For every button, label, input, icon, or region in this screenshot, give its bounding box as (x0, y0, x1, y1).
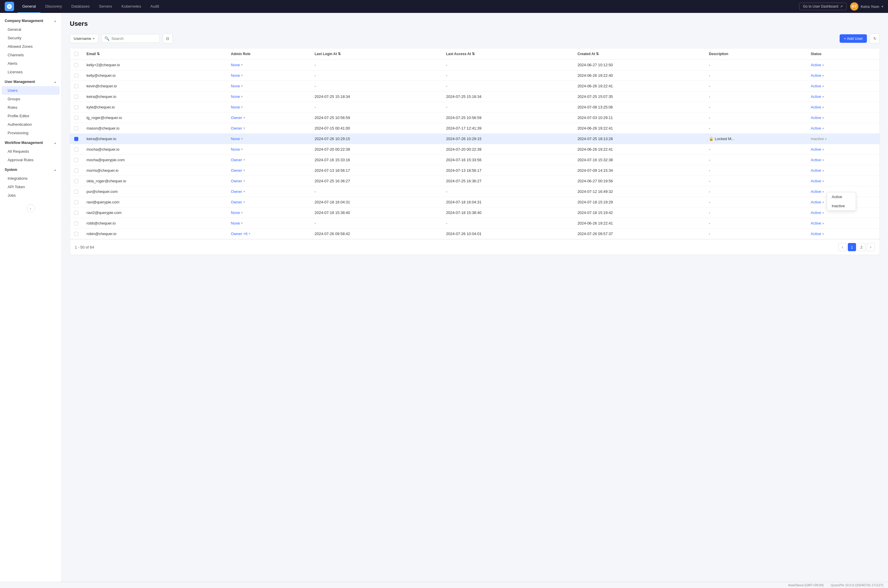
row-admin-role[interactable]: Owner ▾ (227, 197, 311, 207)
row-admin-role[interactable]: Owner ▾ (227, 112, 311, 123)
row-status[interactable]: Active ▾ (807, 218, 879, 229)
role-chevron-icon[interactable]: ▾ (241, 211, 243, 214)
sidebar-item-provisioning[interactable]: Provisioning (2, 129, 60, 137)
row-checkbox[interactable] (74, 105, 78, 110)
row-checkbox[interactable] (74, 221, 78, 225)
role-chevron-icon[interactable]: ▾ (241, 105, 243, 109)
row-checkbox-cell[interactable] (70, 134, 83, 144)
status-chevron-icon[interactable]: ▾ (822, 74, 824, 77)
row-admin-role[interactable]: None ▾ (227, 70, 311, 81)
row-checkbox-cell[interactable] (70, 165, 83, 176)
page-2-button[interactable]: 2 (857, 243, 865, 251)
sidebar-item-api-token[interactable]: API Token (2, 183, 60, 191)
nav-tab-servers[interactable]: Servers (94, 0, 117, 13)
role-chevron-icon[interactable]: ▾ (243, 190, 245, 194)
sidebar-item-alerts[interactable]: Alerts (2, 59, 60, 68)
username-filter-button[interactable]: Username ▾ (70, 34, 98, 43)
status-chevron-icon[interactable]: ▾ (822, 148, 824, 151)
status-chevron-icon[interactable]: ▾ (822, 116, 824, 120)
status-chevron-icon[interactable]: ▾ (822, 190, 824, 194)
th-admin-role[interactable]: Admin Role (227, 48, 311, 60)
search-input[interactable] (111, 36, 156, 41)
role-chevron-icon[interactable]: ▾ (243, 126, 245, 130)
status-chevron-icon[interactable]: ▾ (822, 169, 824, 172)
row-checkbox-cell[interactable] (70, 102, 83, 112)
row-status[interactable]: Active ▾ (807, 60, 879, 70)
row-checkbox[interactable] (74, 63, 78, 67)
sidebar-section-header-system[interactable]: System ▲ (0, 165, 61, 174)
role-chevron-icon[interactable]: ▾ (241, 147, 243, 151)
filter-button[interactable]: ⊟ (163, 33, 173, 44)
sidebar-item-general[interactable]: General (2, 25, 60, 34)
row-checkbox[interactable] (74, 211, 78, 215)
row-checkbox-cell[interactable] (70, 70, 83, 81)
sidebar-item-roles[interactable]: Roles (2, 103, 60, 112)
sidebar-item-users[interactable]: Users (2, 86, 60, 94)
nav-tab-kubernetes[interactable]: Kubernetes (117, 0, 146, 13)
role-chevron-icon[interactable]: ▾ (243, 200, 245, 204)
row-admin-role[interactable]: Owner ▾ (227, 155, 311, 165)
sidebar-item-all-requests[interactable]: All Requests (2, 147, 60, 156)
sidebar-section-header-company[interactable]: Company Management ▲ (0, 16, 61, 25)
th-last-access[interactable]: Last Access At ⇅ (442, 48, 573, 60)
row-admin-role[interactable]: Owner ▾ (227, 123, 311, 134)
row-checkbox-cell[interactable] (70, 155, 83, 165)
row-status[interactable]: Active ▾ (807, 165, 879, 176)
role-chevron-icon[interactable]: ▾ (249, 232, 251, 236)
row-checkbox-cell[interactable] (70, 176, 83, 186)
role-chevron-icon[interactable]: ▾ (243, 158, 245, 162)
user-menu[interactable]: KY Keira Yoon ▾ (850, 2, 883, 10)
row-checkbox-cell[interactable] (70, 123, 83, 134)
row-checkbox-cell[interactable] (70, 144, 83, 155)
row-status[interactable]: Active ▾ (807, 81, 879, 92)
row-checkbox[interactable] (74, 116, 78, 120)
role-chevron-icon[interactable]: ▾ (241, 221, 243, 225)
status-chevron-icon[interactable]: ▾ (822, 222, 824, 225)
status-chevron-icon[interactable]: ▾ (822, 84, 824, 88)
role-chevron-icon[interactable]: ▾ (241, 94, 243, 99)
row-status[interactable]: Active ▾ (807, 70, 879, 81)
status-option-inactive[interactable]: Inactive (827, 201, 856, 210)
row-checkbox-cell[interactable] (70, 186, 83, 197)
row-checkbox[interactable] (74, 94, 78, 99)
sidebar-section-header-user[interactable]: User Management ▲ (0, 77, 61, 86)
status-chevron-icon[interactable]: ▾ (822, 179, 824, 183)
sidebar-item-security[interactable]: Security (2, 34, 60, 42)
row-status[interactable]: Inactive ▾ (807, 134, 879, 144)
row-admin-role[interactable]: None ▾ (227, 144, 311, 155)
row-admin-role[interactable]: None ▾ (227, 102, 311, 112)
row-checkbox-cell[interactable] (70, 207, 83, 218)
row-status[interactable]: Active ▾ (807, 123, 879, 134)
row-status[interactable]: Active ▾ (807, 176, 879, 186)
row-checkbox[interactable] (74, 74, 78, 78)
role-chevron-icon[interactable]: ▾ (241, 74, 243, 77)
sidebar-section-header-workflow[interactable]: Workflow Management ▲ (0, 138, 61, 147)
sidebar-item-channels[interactable]: Channels (2, 51, 60, 59)
th-created-at[interactable]: Created At ⇅ (573, 48, 705, 60)
status-chevron-icon[interactable]: ▾ (822, 127, 824, 130)
row-checkbox-cell[interactable] (70, 218, 83, 229)
row-checkbox[interactable] (74, 158, 78, 162)
row-admin-role[interactable]: None ▾ (227, 60, 311, 70)
page-1-button[interactable]: 1 (848, 243, 856, 251)
status-chevron-icon[interactable]: ▾ (822, 63, 824, 67)
sidebar-item-allowed-zones[interactable]: Allowed Zones (2, 42, 60, 51)
role-chevron-icon[interactable]: ▾ (241, 84, 243, 88)
role-chevron-icon[interactable]: ▾ (243, 116, 245, 120)
refresh-button[interactable]: ↻ (870, 33, 880, 44)
row-status[interactable]: Active ▾ (807, 112, 879, 123)
row-admin-role[interactable]: None ▾ (227, 81, 311, 92)
row-admin-role[interactable]: Owner ▾ (227, 176, 311, 186)
row-checkbox-cell[interactable] (70, 197, 83, 207)
row-checkbox[interactable] (74, 147, 78, 152)
row-status[interactable]: Active ▾ (807, 229, 879, 239)
row-checkbox[interactable] (74, 84, 78, 88)
status-chevron-icon[interactable]: ▾ (822, 105, 824, 109)
row-checkbox[interactable] (74, 232, 78, 236)
status-chevron-icon[interactable]: ▾ (825, 137, 827, 141)
th-email[interactable]: Email ⇅ (83, 48, 227, 60)
role-chevron-icon[interactable]: ▾ (243, 179, 245, 183)
row-checkbox-cell[interactable] (70, 112, 83, 123)
status-chevron-icon[interactable]: ▾ (822, 232, 824, 236)
row-status[interactable]: Active ▾ (807, 102, 879, 112)
